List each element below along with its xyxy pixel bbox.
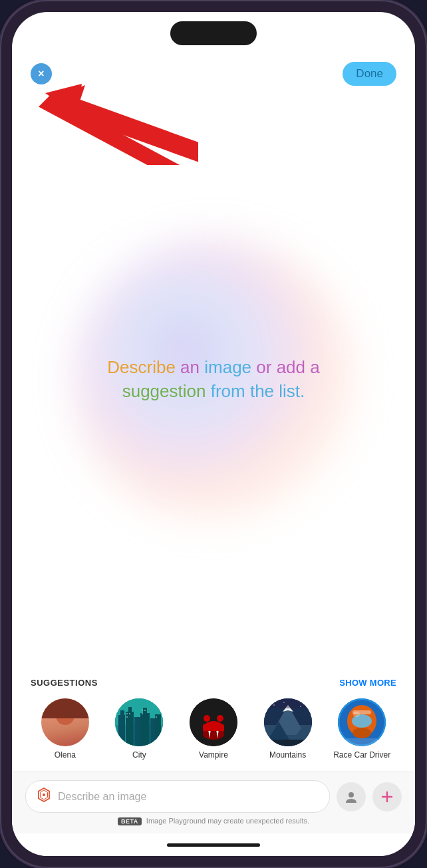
suggestion-label-city: City [132, 750, 146, 761]
home-bar [167, 843, 260, 847]
svg-point-50 [43, 794, 45, 796]
suggestion-item-vampire[interactable]: Vampire [179, 698, 248, 761]
orb-area: Describe an image or add a suggestion fr… [12, 86, 415, 672]
olena-hair [41, 698, 89, 718]
racecar-svg [338, 698, 386, 746]
close-icon: × [38, 69, 44, 79]
beta-badge: BETA [118, 817, 142, 825]
vampire-avatar [190, 698, 237, 746]
svg-rect-27 [203, 724, 224, 731]
suggestion-circle-racecar [338, 698, 386, 746]
svg-rect-20 [142, 713, 143, 714]
svg-point-28 [204, 715, 210, 722]
suggestion-item-city[interactable]: City [105, 698, 174, 761]
svg-rect-15 [126, 713, 128, 714]
racecar-avatar [338, 698, 386, 746]
main-prompt-text: Describe an image or add a suggestion fr… [67, 355, 359, 404]
suggestion-item-mountains[interactable]: Mountains [253, 698, 323, 761]
text-suggestion: suggestion [122, 381, 211, 401]
city-avatar [115, 698, 163, 746]
vampire-svg [190, 698, 237, 746]
svg-rect-49 [346, 738, 378, 746]
phone-screen: × Done Describe [12, 12, 415, 856]
svg-rect-11 [140, 713, 150, 746]
dynamic-island [170, 21, 257, 45]
svg-rect-18 [142, 710, 143, 711]
svg-rect-41 [264, 698, 312, 708]
suggestion-label-racecar: Race Car Driver [333, 750, 390, 761]
screen-content: × Done Describe [12, 12, 415, 856]
input-row: Describe an image [25, 780, 402, 813]
svg-rect-9 [128, 707, 132, 712]
home-indicator [12, 833, 415, 856]
mountains-avatar [264, 698, 312, 746]
suggestion-label-vampire: Vampire [199, 750, 228, 761]
plus-icon [380, 790, 394, 804]
text-image: image [204, 357, 256, 377]
suggestions-area: SUGGESTIONS SHOW MORE Olena [12, 672, 415, 772]
suggestion-circle-olena [41, 698, 89, 746]
text-or: or add a [256, 357, 319, 377]
suggestion-item-olena[interactable]: Olena [31, 698, 100, 761]
svg-rect-6 [118, 715, 125, 746]
input-field-wrap[interactable]: Describe an image [25, 780, 330, 813]
svg-rect-19 [144, 710, 146, 711]
suggestions-header: SUGGESTIONS SHOW MORE [31, 672, 396, 688]
suggestion-label-mountains: Mountains [269, 750, 306, 761]
suggestions-label: SUGGESTIONS [31, 678, 98, 688]
suggestion-circle-vampire [190, 698, 237, 746]
text-describe: Describe [107, 357, 180, 377]
image-playground-icon [37, 788, 51, 805]
show-more-button[interactable]: SHOW MORE [339, 678, 396, 688]
svg-point-47 [353, 712, 360, 717]
phone-frame: × Done Describe [0, 0, 427, 868]
svg-point-46 [353, 728, 371, 738]
text-from: from the list. [211, 381, 305, 401]
city-skyline-svg [115, 698, 163, 746]
svg-rect-17 [126, 716, 128, 718]
svg-point-29 [217, 715, 223, 722]
suggestion-circle-city [115, 698, 163, 746]
suggestion-circle-mountains [264, 698, 312, 746]
svg-rect-10 [134, 717, 140, 746]
text-an: an [180, 357, 204, 377]
svg-rect-21 [156, 716, 157, 718]
olena-avatar [41, 698, 89, 746]
mountains-svg [264, 698, 312, 746]
done-button[interactable]: Done [343, 62, 396, 86]
playground-icon-svg [37, 788, 51, 802]
top-bar: × Done [12, 62, 415, 86]
suggestion-item-racecar[interactable]: Race Car Driver [327, 698, 396, 761]
person-button[interactable] [337, 782, 366, 811]
close-button[interactable]: × [31, 63, 52, 84]
svg-rect-14 [155, 714, 161, 746]
suggestion-label-olena: Olena [55, 750, 76, 761]
svg-rect-7 [120, 710, 124, 715]
svg-rect-16 [129, 713, 130, 714]
beta-notice: BETA Image Playground may create unexpec… [25, 817, 402, 825]
svg-point-51 [349, 792, 354, 797]
svg-rect-40 [264, 740, 312, 746]
input-area: Describe an image [12, 772, 415, 833]
plus-button[interactable] [372, 782, 402, 811]
beta-notice-text: Image Playground may create unexpected r… [146, 817, 309, 825]
suggestions-row: Olena [31, 698, 396, 761]
describe-image-placeholder: Describe an image [58, 791, 319, 803]
person-icon [344, 790, 358, 804]
